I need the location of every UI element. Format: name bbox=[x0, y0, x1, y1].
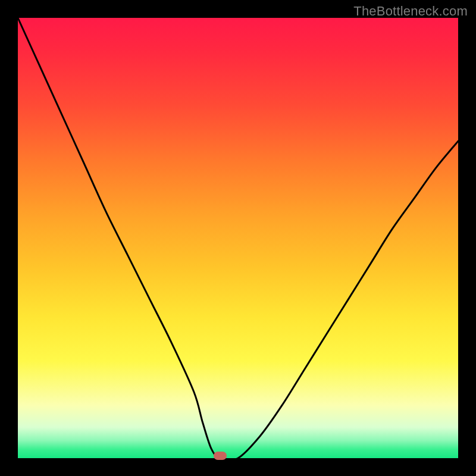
optimal-point-marker bbox=[214, 452, 227, 460]
curve-svg bbox=[18, 18, 458, 458]
plot-area bbox=[18, 18, 458, 458]
watermark-text: TheBottleneck.com bbox=[353, 4, 468, 19]
chart-frame: TheBottleneck.com bbox=[0, 0, 476, 476]
bottleneck-curve bbox=[18, 18, 458, 458]
